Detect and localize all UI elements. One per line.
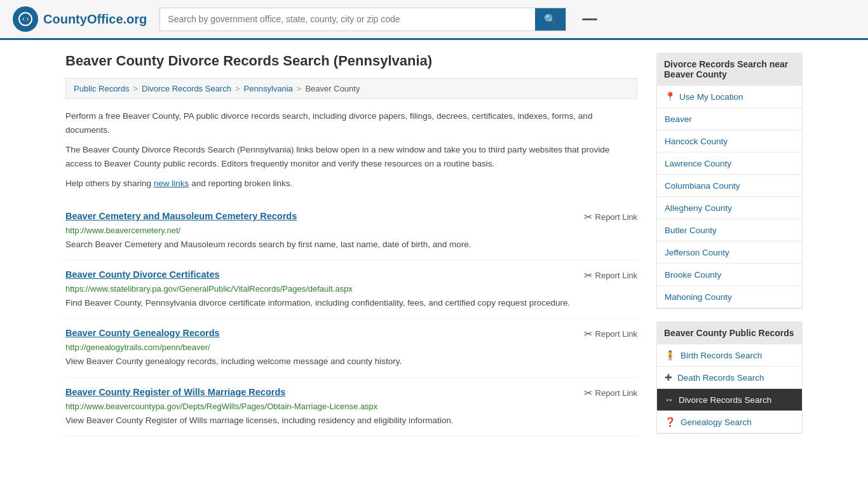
cross-icon: ✚ [665,372,672,383]
sidebar-item-lawrence[interactable]: Lawrence County [657,152,802,175]
report-icon-3: ✂ [584,387,592,399]
sidebar-item-genealogy[interactable]: ❓ Genealogy Search [657,411,802,433]
report-icon-0: ✂ [584,211,592,223]
arrows-icon: ↔ [665,395,674,405]
sidebar-item-birth-records[interactable]: 🧍 Birth Records Search [657,344,802,367]
question-icon: ❓ [665,417,675,427]
report-link-1[interactable]: ✂ Report Link [584,269,637,281]
breadcrumb-sep-1: > [133,84,138,93]
record-entry-3: Beaver County Register of Wills Marriage… [65,378,637,437]
sidebar-item-jefferson[interactable]: Jefferson County [657,241,802,264]
report-link-2[interactable]: ✂ Report Link [584,328,637,340]
breadcrumb-sep-3: > [297,84,302,93]
sidebar-item-divorce-records[interactable]: ↔ Divorce Records Search [657,389,802,411]
nearby-list: 📍 Use My Location Beaver Hancock County … [656,86,803,309]
report-link-3[interactable]: ✂ Report Link [584,387,637,399]
record-url-1: https://www.statelibrary.pa.gov/GeneralP… [65,284,637,294]
record-url-0: http://www.beavercemetery.net/ [65,226,637,235]
logo-area: CountyOffice.org [13,6,147,32]
record-url-2: http://genealogytrails.com/penn/beaver/ [65,342,637,352]
search-bar: 🔍 [159,8,566,31]
search-icon: 🔍 [544,14,557,25]
record-entry-1: Beaver County Divorce Certificates ✂ Rep… [65,261,637,319]
record-desc-1: Find Beaver County, Pennsylvania divorce… [65,297,637,309]
header: CountyOffice.org 🔍 [0,0,868,40]
public-records-section: Beaver County Public Records 🧍 Birth Rec… [656,322,803,434]
person-icon: 🧍 [665,350,675,360]
search-input[interactable] [160,9,535,29]
description-1: Perform a free Beaver County, PA public … [65,109,637,137]
report-icon-2: ✂ [584,328,592,340]
logo-text: CountyOffice.org [43,12,147,27]
sidebar-item-columbiana[interactable]: Columbiana County [657,175,802,197]
nearby-section: Divorce Records Search near Beaver Count… [656,53,803,309]
public-records-header: Beaver County Public Records [656,322,803,344]
records-list: Beaver Cemetery and Mausoleum Cemetery R… [65,202,637,437]
record-desc-3: View Beaver County Register of Wills mar… [65,414,637,427]
sidebar-item-death-records[interactable]: ✚ Death Records Search [657,367,802,389]
description-2: The Beaver County Divorce Records Search… [65,143,637,170]
location-pin-icon: 📍 [665,92,675,102]
record-entry-0: Beaver Cemetery and Mausoleum Cemetery R… [65,202,637,261]
menu-button[interactable] [579,13,600,26]
report-icon-1: ✂ [584,269,592,281]
svg-point-1 [24,17,27,21]
sidebar-item-hancock[interactable]: Hancock County [657,130,802,152]
record-title-0[interactable]: Beaver Cemetery and Mausoleum Cemetery R… [65,211,297,221]
breadcrumb-pennsylvania[interactable]: Pennsylvania [244,84,293,93]
description-3: Help others by sharing new links and rep… [65,177,637,191]
content: Beaver County Divorce Records Search (Pe… [65,53,637,447]
search-button[interactable]: 🔍 [535,8,566,30]
breadcrumb-beaver-county: Beaver County [305,84,360,93]
sidebar-item-butler[interactable]: Butler County [657,219,802,241]
sidebar-item-allegheny[interactable]: Allegheny County [657,197,802,219]
sidebar-item-beaver[interactable]: Beaver [657,108,802,130]
record-desc-0: Search Beaver Cemetery and Mausoleum rec… [65,238,637,251]
breadcrumb-sep-2: > [235,84,240,93]
hamburger-icon [582,18,597,20]
sidebar-item-mahoning[interactable]: Mahoning County [657,286,802,308]
new-links-link[interactable]: new links [154,179,189,188]
record-entry-2: Beaver County Genealogy Records ✂ Report… [65,319,637,377]
record-title-2[interactable]: Beaver County Genealogy Records [65,328,220,338]
page-title: Beaver County Divorce Records Search (Pe… [65,53,637,69]
sidebar: Divorce Records Search near Beaver Count… [656,53,803,447]
public-records-list: 🧍 Birth Records Search ✚ Death Records S… [656,344,803,434]
breadcrumb-divorce-records[interactable]: Divorce Records Search [142,84,231,93]
use-my-location[interactable]: 📍 Use My Location [657,86,802,108]
nearby-section-header: Divorce Records Search near Beaver Count… [656,53,803,86]
breadcrumb-public-records[interactable]: Public Records [74,84,129,93]
sidebar-item-brooke[interactable]: Brooke County [657,264,802,286]
breadcrumb: Public Records > Divorce Records Search … [65,78,637,99]
logo-icon [13,6,38,32]
record-title-1[interactable]: Beaver County Divorce Certificates [65,269,220,280]
report-link-0[interactable]: ✂ Report Link [584,211,637,223]
record-title-3[interactable]: Beaver County Register of Wills Marriage… [65,387,285,397]
record-desc-2: View Beaver County genealogy records, in… [65,355,637,368]
record-url-3: http://www.beavercountypa.gov/Depts/RegW… [65,402,637,411]
main-container: Beaver County Divorce Records Search (Pe… [53,40,815,459]
